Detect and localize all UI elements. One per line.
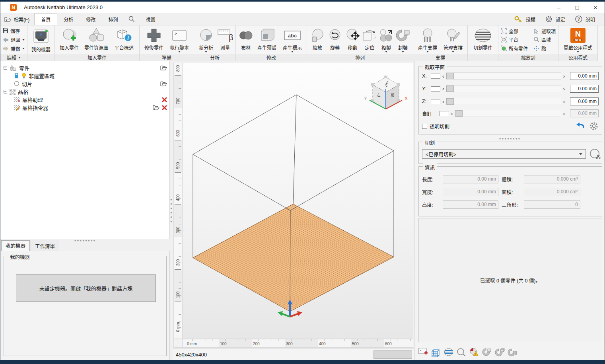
tab-arrange[interactable]: 排列 — [102, 13, 124, 25]
tab-analysis[interactable]: 分析 — [57, 13, 80, 25]
open-folder-button[interactable] — [160, 81, 167, 86]
clip-y-increase-button[interactable]: › — [561, 86, 567, 91]
platform-overview-button[interactable]: i 平台概述 — [111, 26, 137, 53]
tab-modify[interactable]: 修改 — [80, 13, 102, 25]
panel-splitter-dots[interactable]: ●●●●●●●● — [414, 137, 605, 140]
pack-dropdown-caret[interactable] — [402, 51, 404, 53]
script-dropdown-caret[interactable] — [178, 51, 181, 53]
clip-z-checkbox[interactable] — [431, 99, 440, 104]
vertical-splitter[interactable]: ●●●●●● — [170, 61, 173, 360]
tree-item-parts[interactable]: 零件 — [0, 64, 169, 72]
tree-item-slices[interactable]: 切片 — [0, 80, 169, 88]
zoom-all-button[interactable]: 全部 — [501, 27, 528, 35]
analysis-warning-icon[interactable]: ! — [469, 346, 480, 358]
ribbon-group-label-edit[interactable]: 編輯 — [0, 54, 27, 61]
add-part-button[interactable]: 加入零件 — [57, 26, 82, 53]
my-machines-button[interactable]: 我的機器 — [29, 26, 53, 53]
pack-icon[interactable] — [481, 346, 492, 358]
view-cube[interactable]: 上 左 前 Y X Z — [364, 76, 408, 109]
clip-z-decrease-button[interactable]: ‹ — [440, 99, 446, 104]
minimize-button[interactable]: – — [550, 2, 568, 13]
open-folder-button[interactable] — [160, 65, 167, 70]
pack-button[interactable]: 封裝 — [395, 26, 411, 53]
tree-item-lattice-assistant[interactable]: A 晶格助理 — [0, 95, 169, 103]
clip-y-decrease-button[interactable]: ‹ — [440, 86, 446, 91]
tree-item-no-build-zone[interactable]: 非建置區域 — [0, 72, 169, 80]
open-folder-button[interactable] — [153, 105, 160, 110]
boolean-button[interactable]: 布林 — [238, 26, 254, 53]
clip-custom-decrease-button[interactable]: ‹ — [449, 111, 455, 116]
clip-custom-slider[interactable] — [455, 110, 561, 117]
bulb-icon[interactable] — [21, 73, 26, 79]
labels-dropdown-caret[interactable] — [291, 51, 294, 53]
save-button[interactable]: 儲存 — [1, 27, 26, 35]
tab-my-machines[interactable]: 我的機器 — [1, 240, 30, 251]
close-button[interactable]: × — [586, 2, 605, 13]
manage-support-button[interactable]: 管理支撐 — [441, 26, 465, 53]
zoom-selection-button[interactable]: 選取項 — [533, 27, 556, 35]
clip-custom-increase-button[interactable]: › — [561, 111, 567, 116]
run-script-button[interactable]: >_ 執行腳本 — [167, 26, 192, 53]
generate-support-dropdown-caret[interactable] — [426, 51, 429, 53]
cut-parts-button[interactable]: 切割零件 — [470, 26, 496, 53]
zoom-region-button[interactable]: 區域 — [533, 36, 556, 44]
zoom-point-button[interactable]: 點 — [533, 44, 556, 52]
generate-support-button[interactable]: 產生支撐 — [415, 26, 440, 53]
tab-home[interactable]: 首頁 — [34, 13, 57, 25]
new-script-icon[interactable]: >_ — [418, 346, 429, 358]
zoom-platform-button[interactable]: 平台 — [501, 36, 528, 44]
clip-x-increase-button[interactable]: › — [561, 74, 567, 79]
file-menu-button[interactable]: 檔案(F) — [0, 13, 34, 25]
clip-y-value-field[interactable]: 0.00 mm — [570, 85, 599, 93]
clip-z-slider[interactable] — [446, 98, 561, 105]
viewport-3d[interactable]: 上 左 前 Y X Z — [182, 63, 413, 339]
clip-custom-checkbox[interactable] — [440, 111, 449, 116]
tab-view[interactable]: 視圖 — [139, 13, 161, 25]
license-button[interactable]: 授權 — [510, 16, 539, 23]
create-shell-button[interactable]: 產生薄殼 — [255, 26, 279, 53]
zoom-all-parts-button[interactable]: 所有零件 — [501, 44, 528, 52]
undo-dropdown-caret[interactable] — [22, 39, 25, 41]
redo-button[interactable]: 重做 — [1, 45, 26, 53]
pack-3d-icon[interactable] — [494, 346, 505, 358]
transparent-cut-checkbox[interactable]: 透明切割 — [422, 123, 449, 130]
clip-settings-gear-button[interactable] — [589, 121, 599, 131]
repair-part-button[interactable]: 修復零件 — [142, 26, 166, 53]
open-utility-button[interactable]: N NFB 開啟公用程式 — [560, 26, 595, 53]
tab-worklist[interactable]: 工作清單 — [31, 241, 59, 251]
tree-item-lattice[interactable]: 晶格 — [0, 88, 169, 95]
clip-y-checkbox[interactable] — [431, 86, 440, 91]
create-labels-button[interactable]: abc 產生標示 — [280, 26, 305, 53]
collapse-expander-icon[interactable] — [4, 66, 7, 70]
maximize-button[interactable]: □ — [568, 2, 586, 13]
collapse-expander-icon[interactable] — [4, 90, 7, 93]
lattice-cube-icon[interactable] — [430, 346, 442, 358]
new-analysis-dropdown-caret[interactable] — [205, 51, 207, 53]
redo-dropdown-caret[interactable] — [22, 48, 25, 49]
delete-cross-button[interactable] — [162, 97, 167, 102]
duplicate-button[interactable]: 複製 — [378, 26, 394, 53]
undo-button[interactable]: 退回 — [1, 36, 26, 44]
delete-cross-button[interactable] — [162, 105, 167, 110]
clip-y-slider[interactable] — [446, 85, 561, 92]
utility-dropdown-caret[interactable] — [577, 51, 579, 53]
move-button[interactable]: 移動 — [344, 26, 361, 53]
help-button[interactable]: ? 說明 — [571, 15, 599, 23]
manage-support-dropdown-caret[interactable] — [452, 51, 454, 53]
cut-mode-dropdown[interactable]: <已停用切割> — [422, 149, 586, 159]
clip-x-value-field[interactable]: 0.00 mm — [570, 72, 599, 80]
position-button[interactable]: 定位 — [362, 26, 377, 53]
rotate-button[interactable]: 旋轉 — [327, 26, 343, 53]
no-machine-set-button[interactable]: 未設定機器。開啟「我的機器」對話方塊 — [16, 274, 156, 302]
tree-item-lattice-commander[interactable]: 晶格指令器 — [0, 103, 169, 111]
search-button[interactable] — [124, 13, 139, 25]
pack-machine-icon[interactable] — [507, 346, 518, 358]
clip-z-increase-button[interactable]: › — [561, 99, 567, 104]
clip-z-value-field[interactable]: 0.00 mm — [570, 97, 599, 105]
part-library-button[interactable]: 零件資源庫 — [82, 26, 110, 53]
scale-button[interactable]: 縮放 — [309, 26, 326, 53]
slices-icon[interactable] — [443, 346, 454, 358]
clip-x-slider[interactable] — [446, 72, 561, 80]
execute-cut-button[interactable] — [589, 148, 601, 160]
duplicate-dropdown-caret[interactable] — [385, 51, 387, 53]
